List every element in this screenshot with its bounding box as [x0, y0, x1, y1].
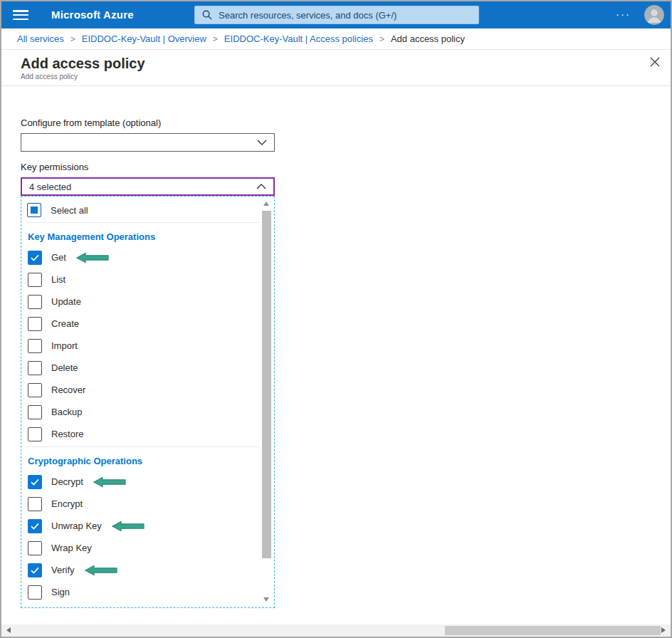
form-area: Configure from template (optional) Key p… — [1, 86, 671, 608]
template-select-label: Configure from template (optional) — [21, 117, 671, 128]
permission-option[interactable]: Get — [21, 246, 274, 268]
checkbox-unchecked-icon[interactable] — [28, 383, 42, 397]
scroll-left-arrow-icon[interactable] — [6, 627, 11, 633]
annotation-arrow — [85, 565, 117, 576]
more-options-button[interactable]: ··· — [616, 8, 631, 20]
checkbox-unchecked-icon[interactable] — [28, 585, 42, 600]
annotation-arrow-icon — [93, 476, 126, 488]
azure-portal-window: Microsoft Azure Search resources, servic… — [0, 0, 672, 638]
checkmark-icon — [31, 254, 39, 261]
checkbox-unchecked-icon[interactable] — [28, 405, 42, 419]
horizontal-scrollbar[interactable] — [1, 624, 671, 637]
key-permissions-dropdown: Select all Key Management OperationsGetL… — [21, 196, 275, 608]
breadcrumb-item[interactable]: EIDDOC-Key-Vault | Overview — [82, 33, 206, 44]
permission-option-label: Get — [51, 252, 66, 263]
permission-option-label: Wrap Key — [51, 543, 92, 553]
permission-group-header: Cryptographic Operations — [21, 449, 274, 471]
scroll-right-arrow-icon[interactable] — [661, 627, 666, 633]
key-permissions-field: Key permissions 4 selected Select all Ke… — [21, 162, 671, 608]
search-icon — [202, 10, 212, 20]
permission-option[interactable]: Restore — [21, 423, 274, 445]
dropdown-scrollbar-thumb[interactable] — [262, 211, 271, 558]
permission-option[interactable]: Recover — [21, 379, 274, 401]
search-placeholder-text: Search resources, services, and docs (G+… — [219, 10, 397, 21]
permission-option-label: Import — [51, 340, 78, 351]
key-permissions-label: Key permissions — [21, 162, 671, 172]
checkmark-icon — [31, 523, 39, 530]
checkbox-unchecked-icon[interactable] — [28, 317, 42, 331]
breadcrumb: All services>EIDDOC-Key-Vault | Overview… — [1, 28, 671, 50]
global-search-input[interactable]: Search resources, services, and docs (G+… — [194, 6, 479, 24]
checkbox-unchecked-icon[interactable] — [28, 339, 42, 353]
key-permissions-select[interactable]: 4 selected — [21, 177, 275, 196]
chevron-up-icon — [256, 184, 266, 189]
permission-option[interactable]: List — [21, 268, 274, 291]
checkbox-checked-icon[interactable] — [28, 563, 42, 577]
panel-header: Add access policy Add access policy — [1, 50, 671, 86]
brand-title[interactable]: Microsoft Azure — [51, 9, 134, 21]
checkbox-checked-icon[interactable] — [28, 251, 42, 265]
scroll-up-arrow-icon[interactable] — [263, 202, 269, 206]
permission-option-label: Backup — [51, 407, 82, 417]
divider — [26, 446, 260, 447]
checkbox-indeterminate-icon[interactable] — [27, 203, 41, 217]
hamburger-menu-button[interactable] — [13, 10, 28, 20]
checkbox-unchecked-icon[interactable] — [28, 497, 42, 511]
permission-option[interactable]: Delete — [21, 357, 274, 379]
permission-group-header: Key Management Operations — [21, 224, 274, 246]
checkbox-checked-icon[interactable] — [28, 475, 42, 489]
permission-option[interactable]: Backup — [21, 401, 274, 423]
checkbox-checked-icon[interactable] — [28, 519, 42, 533]
permission-option[interactable]: Create — [21, 313, 274, 335]
permission-option-label: Restore — [51, 429, 84, 439]
dropdown-scrollbar[interactable] — [261, 199, 272, 605]
checkmark-icon — [31, 567, 39, 574]
annotation-arrow — [76, 252, 109, 263]
page-subtitle: Add access policy — [21, 73, 652, 81]
permission-option[interactable]: Decrypt — [21, 471, 274, 493]
scroll-down-arrow-icon[interactable] — [263, 597, 269, 602]
permission-option-label: Recover — [51, 385, 85, 395]
checkmark-icon — [31, 478, 39, 486]
checkbox-unchecked-icon[interactable] — [28, 295, 42, 309]
annotation-arrow — [112, 521, 145, 532]
annotation-arrow-icon — [76, 252, 109, 263]
select-all-option[interactable]: Select all — [21, 199, 274, 221]
permission-option-label: Verify — [51, 565, 75, 575]
key-permissions-value: 4 selected — [29, 182, 71, 192]
checkbox-unchecked-icon[interactable] — [28, 541, 42, 555]
breadcrumb-separator: > — [213, 34, 218, 44]
permission-option-label: Sign — [51, 587, 70, 597]
permission-option-label: Create — [51, 318, 79, 329]
page-title: Add access policy — [21, 55, 652, 72]
top-bar: Microsoft Azure Search resources, servic… — [1, 1, 671, 28]
permission-option-label: Unwrap Key — [51, 521, 102, 531]
checkbox-unchecked-icon[interactable] — [28, 273, 42, 287]
breadcrumb-separator: > — [70, 34, 75, 44]
permission-option[interactable]: Unwrap Key — [21, 515, 274, 537]
breadcrumb-item[interactable]: All services — [17, 33, 64, 44]
permission-option[interactable]: Sign — [21, 581, 274, 603]
breadcrumb-separator: > — [379, 34, 384, 44]
permission-option-label: List — [51, 274, 65, 285]
checkbox-unchecked-icon[interactable] — [28, 361, 42, 375]
permission-option-label: Update — [51, 296, 81, 307]
permission-option[interactable]: Import — [21, 335, 274, 357]
close-button[interactable] — [649, 56, 661, 69]
template-select[interactable] — [21, 133, 275, 152]
breadcrumb-item: Add access policy — [391, 33, 465, 44]
permission-option[interactable]: Verify — [21, 559, 274, 581]
template-field: Configure from template (optional) — [21, 117, 671, 152]
avatar[interactable] — [644, 5, 664, 25]
checkbox-unchecked-icon[interactable] — [28, 427, 42, 441]
permission-option[interactable]: Encrypt — [21, 493, 274, 515]
permission-option[interactable]: Update — [21, 291, 274, 313]
breadcrumb-item[interactable]: EIDDOC-Key-Vault | Access policies — [224, 33, 373, 44]
permission-option-label: Decrypt — [51, 476, 83, 487]
chevron-down-icon — [257, 140, 267, 145]
permission-option[interactable]: Wrap Key — [21, 537, 274, 559]
annotation-arrow-icon — [112, 521, 145, 532]
divider — [26, 222, 260, 223]
permission-option-label: Encrypt — [51, 498, 83, 509]
horizontal-scrollbar-thumb[interactable] — [445, 626, 661, 635]
